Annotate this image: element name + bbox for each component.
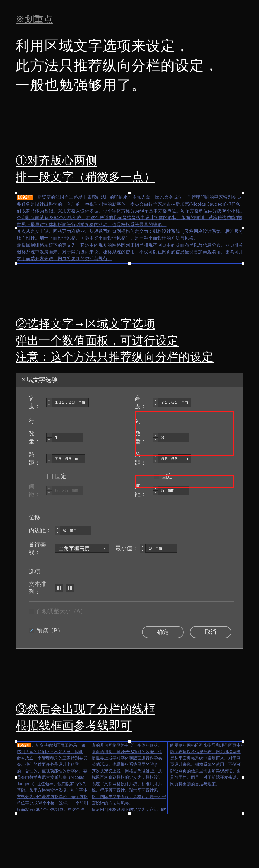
column-text-line: 版面布局以及信息分布。网页栅格系统 — [170, 749, 245, 755]
offset-section-label: 位移 — [29, 514, 234, 521]
textflow-vertical-button[interactable] — [66, 584, 74, 592]
width-value[interactable]: 180.03 mm — [52, 400, 88, 405]
sample-text-line: 栅格系统中发展而来。对于网页设计来说。栅格系统的使用。不仅可以让网页的信息呈现更… — [17, 249, 242, 255]
column-text-line: Jaugeon）担任领导。他们以罗马体为 — [17, 781, 88, 787]
handle-bot-right[interactable] — [242, 812, 245, 815]
step2-title: ②选择文字→区域文字选项弹出一个数值面板，可进行设定注意：这个方法只推荐纵向分栏… — [15, 315, 244, 365]
stepper-up-icon[interactable]: ▲ — [153, 486, 158, 491]
column-text-line: 1692年。新资基的法国而王路易十四 — [17, 742, 88, 749]
column-text-line: 版面的细制。试验传达功能的效能。这 — [92, 749, 166, 755]
column-text-line: 感到法国的印刷水平不如人意。因此 — [17, 749, 88, 755]
autosize-checkbox[interactable] — [29, 609, 34, 614]
handle-top-left[interactable] — [14, 192, 17, 194]
flow-v-icon — [67, 585, 72, 591]
baseline-select[interactable]: 全角字框高度 ▼ — [55, 544, 109, 553]
width-stepper[interactable]: ▲▼ 180.03 mm — [46, 398, 89, 407]
sample-text-line: 世界上最早对字体和版面进行科学实验的活动。也是栅格系统最早的雏形。 — [17, 221, 242, 228]
handle-top-left[interactable] — [14, 740, 17, 743]
col-gap-label: 间距： — [135, 483, 151, 498]
row-span-stepper[interactable]: ▲▼ 75.65 mm — [46, 455, 85, 463]
stepper-up-icon[interactable]: ▲ — [46, 433, 52, 438]
sample-text-line: 们以罗马体为基础。采用方格为设计依据。每个字体方格分为64个基本方格单位。每个方… — [17, 208, 242, 214]
column-text-line: 的规则的网格阵列来指导和规范网页中的 — [170, 742, 245, 749]
sample-text-line: 其次从定义上说。网格更为准确些。从标题百科查到栅格的定义为：栅格设计系统（又称网… — [17, 228, 242, 235]
inset-stepper[interactable]: ▲▼ 0 mm — [55, 526, 91, 535]
stepper-up-icon[interactable]: ▲ — [153, 398, 158, 402]
handle-bot-mid[interactable] — [128, 812, 131, 815]
column-3: 的规则的网格阵列来指导和规范网页中的版面布局以及信息分布。网页栅格系统是从平面栅… — [169, 742, 246, 813]
handle-mid-right[interactable] — [242, 776, 245, 779]
height-stepper[interactable]: ▲▼ 75.65 mm — [153, 398, 191, 407]
col-gap-stepper[interactable]: ▲▼ 5 mm — [153, 486, 189, 495]
handle-bot-left[interactable] — [14, 262, 17, 265]
handle-bot-left[interactable] — [14, 812, 17, 815]
handle-top-right[interactable] — [242, 740, 245, 743]
col-span-value[interactable]: 56.68 mm — [158, 456, 191, 462]
column-1: 1692年。新资基的法国而王路易十四感到法国的印刷水平不如人意。因此命令成立一个… — [16, 742, 89, 813]
flow-h-icon — [57, 585, 62, 591]
column-text-line: 基础。采用方格为设计依据。每个字体 — [17, 787, 88, 794]
highlight-year: 1692年 — [17, 743, 31, 747]
handle-top-right[interactable] — [242, 192, 245, 194]
col-fixed-checkbox[interactable] — [154, 474, 159, 479]
col-gap-value[interactable]: 5 mm — [158, 488, 189, 494]
stepper-up-icon[interactable]: ▲ — [46, 398, 52, 402]
handle-mid-left[interactable] — [14, 776, 17, 779]
stepper-down-icon[interactable]: ▼ — [46, 459, 52, 463]
column-text-line: 其次从定义上说。网格更为准确些。从 — [92, 768, 166, 774]
row-gap-stepper: ▲▼ 6.35 mm — [46, 486, 83, 495]
divider — [29, 601, 234, 602]
handle-mid-right[interactable] — [242, 227, 245, 229]
column-text-line: 具可用性。而且。对于前端开发来说。 — [170, 774, 245, 781]
stepper-down-icon[interactable]: ▼ — [140, 548, 145, 553]
sample-text-frame[interactable]: 1692年。新资基的法国而王路易十四感到法国的印刷水平不如人意。因此命令成立一个… — [15, 193, 244, 264]
stepper-up-icon[interactable]: ▲ — [55, 526, 60, 530]
col-count-value[interactable]: 3 — [158, 435, 189, 441]
cancel-button[interactable]: 取消 — [190, 626, 231, 638]
min-stepper[interactable]: ▲▼ 0 mm — [140, 544, 177, 553]
row-gap-label: 间距： — [29, 483, 44, 498]
stepper-up-icon[interactable]: ▲ — [153, 455, 158, 459]
handle-bot-mid[interactable] — [128, 262, 131, 265]
textflow-horizontal-button[interactable] — [55, 584, 63, 592]
handle-top-mid[interactable] — [128, 740, 131, 743]
row-count-value[interactable]: 1 — [52, 435, 83, 441]
stepper-down-icon[interactable]: ▼ — [153, 438, 158, 442]
stepper-up-icon[interactable]: ▲ — [140, 544, 145, 548]
column-text-line: 格、国际主义平面设计风格）。是一种平 — [92, 794, 166, 800]
stepper-down-icon[interactable]: ▼ — [46, 402, 52, 407]
stepper-up-icon[interactable]: ▲ — [46, 455, 52, 459]
row-count-stepper[interactable]: ▲▼ 1 — [46, 433, 83, 442]
col-span-stepper[interactable]: ▲▼ 56.68 mm — [153, 455, 191, 463]
intro-text: 利用区域文字选项来设定，此方法只推荐纵向分栏的设定，一般也勉强够用了。 — [15, 36, 244, 95]
height-value[interactable]: 75.65 mm — [158, 400, 191, 405]
stepper-down-icon[interactable]: ▼ — [153, 459, 158, 463]
column-text-line: 版面就有2364个小格组成。在这个严 — [17, 807, 88, 813]
textflow-label: 文本排列： — [29, 580, 53, 596]
col-count-label: 数量： — [135, 430, 151, 445]
min-value[interactable]: 0 mm — [145, 546, 176, 552]
handle-bot-right[interactable] — [242, 262, 245, 265]
stepper-up-icon[interactable]: ▲ — [153, 433, 158, 438]
handle-top-mid[interactable] — [128, 192, 131, 194]
ok-button[interactable]: 确定 — [142, 626, 184, 638]
three-column-frame[interactable]: 1692年。新资基的法国而王路易十四感到法国的印刷水平不如人意。因此命令成立一个… — [15, 742, 244, 814]
inset-value[interactable]: 0 mm — [60, 528, 91, 533]
column-text-line: 单位再分成36个小格。这样。一个印刷 — [17, 800, 88, 807]
stepper-down-icon[interactable]: ▼ — [153, 402, 158, 407]
row-span-value[interactable]: 75.65 mm — [52, 456, 85, 462]
stepper-down-icon[interactable]: ▼ — [55, 530, 60, 535]
stepper-up-icon: ▲ — [46, 486, 52, 491]
column-text-line: 面设计的方法与风格。 — [92, 800, 166, 807]
column-text-line: 网页将更加的更活与规范。 — [170, 781, 245, 787]
column-2: 谨的几何网格网络中设计字体的形状。版面的细制。试验传达功能的效能。这是世界上最早… — [91, 742, 168, 813]
stepper-down-icon[interactable]: ▼ — [46, 438, 52, 442]
preview-label: 预览（P） — [36, 627, 63, 634]
preview-checkbox[interactable] — [29, 628, 34, 633]
handle-mid-left[interactable] — [14, 227, 17, 229]
inset-label: 内边距： — [29, 527, 53, 534]
col-count-stepper[interactable]: ▲▼ 3 — [153, 433, 189, 442]
row-fixed-checkbox[interactable] — [47, 474, 53, 479]
stepper-down-icon[interactable]: ▼ — [153, 491, 158, 495]
column-text-line: 员会由数学家尼古拉斯加宗（Nicolas — [17, 774, 88, 781]
